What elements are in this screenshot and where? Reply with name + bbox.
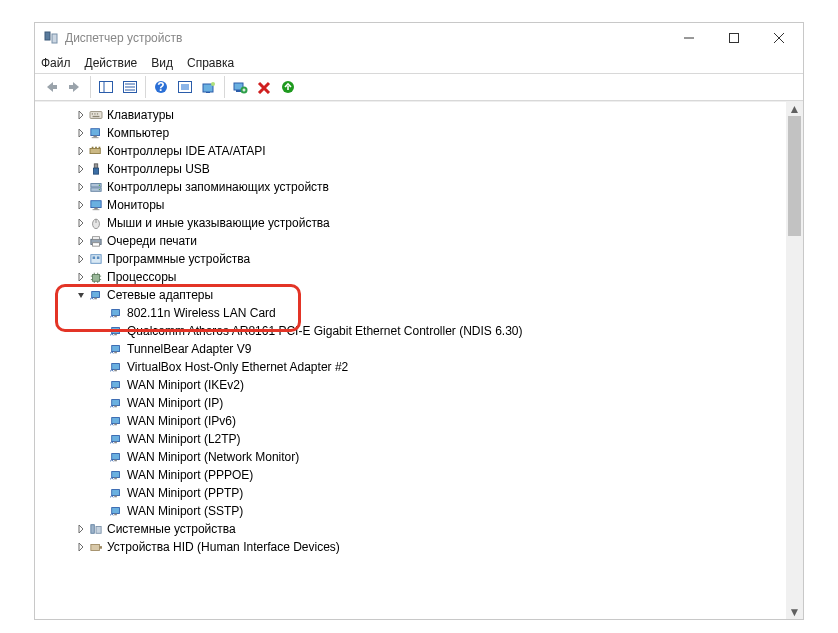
tree-item[interactable]: Мыши и иные указывающие устройства	[35, 214, 786, 232]
svg-rect-36	[99, 147, 101, 149]
netadapter-icon	[107, 359, 125, 375]
usb-icon	[87, 161, 105, 177]
window-title: Диспетчер устройств	[65, 31, 666, 45]
svg-rect-29	[93, 116, 100, 117]
chevron-right-icon[interactable]	[75, 129, 87, 137]
tree-item[interactable]: WAN Miniport (PPTP)	[35, 484, 786, 502]
svg-rect-49	[93, 237, 100, 240]
tree-item[interactable]: Мониторы	[35, 196, 786, 214]
scroll-down-arrow[interactable]: ▼	[786, 605, 803, 619]
menu-bar: Файл Действие Вид Справка	[35, 53, 803, 73]
toolbar-separator	[90, 76, 91, 98]
tree-item[interactable]: WAN Miniport (PPPOE)	[35, 466, 786, 484]
scan-hardware-button[interactable]	[173, 75, 197, 99]
app-icon	[43, 30, 59, 46]
toolbar: ?	[35, 73, 803, 101]
uninstall-device-button[interactable]	[228, 75, 252, 99]
svg-rect-78	[114, 424, 117, 426]
chevron-right-icon[interactable]	[75, 165, 87, 173]
minimize-button[interactable]	[666, 23, 711, 53]
chevron-right-icon[interactable]	[75, 237, 87, 245]
tree-item-label: Компьютер	[107, 126, 169, 140]
chevron-right-icon[interactable]	[75, 183, 87, 191]
scrollbar-thumb[interactable]	[788, 116, 801, 236]
svg-rect-30	[91, 129, 100, 136]
tree-item[interactable]: Очереди печати	[35, 232, 786, 250]
toolbar-separator	[145, 76, 146, 98]
ide-icon	[87, 143, 105, 159]
help-button[interactable]: ?	[149, 75, 173, 99]
svg-rect-80	[114, 442, 117, 444]
hid-icon	[87, 539, 105, 555]
tree-item[interactable]: WAN Miniport (IKEv2)	[35, 376, 786, 394]
tree-item[interactable]: WAN Miniport (L2TP)	[35, 430, 786, 448]
tree-item-label: WAN Miniport (PPTP)	[127, 486, 243, 500]
enable-device-button[interactable]	[276, 75, 300, 99]
content-area: КлавиатурыКомпьютерКонтроллеры IDE ATA/A…	[35, 101, 803, 619]
tree-item[interactable]: Устройства HID (Human Interface Devices)	[35, 538, 786, 556]
back-button[interactable]	[39, 75, 63, 99]
monitor-icon	[87, 197, 105, 213]
chevron-right-icon[interactable]	[75, 219, 87, 227]
properties-button[interactable]	[118, 75, 142, 99]
tree-item[interactable]: Программные устройства	[35, 250, 786, 268]
chevron-right-icon[interactable]	[75, 525, 87, 533]
svg-rect-53	[97, 256, 100, 259]
svg-rect-67	[112, 328, 120, 334]
tree-item-label: Qualcomm Atheros AR8161 PCI-E Gigabit Et…	[127, 324, 523, 338]
vertical-scrollbar[interactable]: ▲ ▼	[786, 102, 803, 619]
tree-item[interactable]: TunnelBear Adapter V9	[35, 340, 786, 358]
tree-item[interactable]: 802.11n Wireless LAN Card	[35, 304, 786, 322]
svg-rect-71	[112, 364, 120, 370]
chevron-right-icon[interactable]	[75, 255, 87, 263]
toolbar-separator	[224, 76, 225, 98]
svg-rect-83	[112, 472, 120, 478]
svg-point-20	[211, 82, 215, 86]
tree-item[interactable]: Компьютер	[35, 124, 786, 142]
tree-item-label: Устройства HID (Human Interface Devices)	[107, 540, 340, 554]
disable-device-button[interactable]	[252, 75, 276, 99]
svg-rect-3	[729, 34, 738, 43]
tree-item[interactable]: WAN Miniport (SSTP)	[35, 502, 786, 520]
tree-item[interactable]: Qualcomm Atheros AR8161 PCI-E Gigabit Et…	[35, 322, 786, 340]
device-tree[interactable]: КлавиатурыКомпьютерКонтроллеры IDE ATA/A…	[35, 106, 786, 556]
scroll-up-arrow[interactable]: ▲	[786, 102, 803, 116]
tree-item[interactable]: WAN Miniport (IP)	[35, 394, 786, 412]
svg-rect-35	[95, 147, 97, 149]
show-hide-console-button[interactable]	[94, 75, 118, 99]
svg-rect-88	[114, 514, 117, 516]
tree-item-label: Контроллеры запоминающих устройств	[107, 180, 329, 194]
forward-button[interactable]	[63, 75, 87, 99]
chevron-right-icon[interactable]	[75, 273, 87, 281]
menu-view[interactable]: Вид	[151, 56, 173, 70]
menu-help[interactable]: Справка	[187, 56, 234, 70]
tree-item[interactable]: Системные устройства	[35, 520, 786, 538]
chevron-right-icon[interactable]	[75, 147, 87, 155]
menu-file[interactable]: Файл	[41, 56, 71, 70]
tree-item[interactable]: Контроллеры IDE ATA/ATAPI	[35, 142, 786, 160]
menu-action[interactable]: Действие	[85, 56, 138, 70]
svg-rect-51	[91, 255, 101, 264]
tree-item[interactable]: Сетевые адаптеры	[35, 286, 786, 304]
chevron-right-icon[interactable]	[75, 543, 87, 551]
tree-item[interactable]: VirtualBox Host-Only Ethernet Adapter #2	[35, 358, 786, 376]
svg-rect-17	[181, 84, 189, 90]
chevron-right-icon[interactable]	[75, 201, 87, 209]
svg-rect-82	[114, 460, 117, 462]
maximize-button[interactable]	[711, 23, 756, 53]
tree-item[interactable]: Контроллеры запоминающих устройств	[35, 178, 786, 196]
chevron-right-icon[interactable]	[75, 111, 87, 119]
close-button[interactable]	[756, 23, 801, 53]
update-driver-button[interactable]	[197, 75, 221, 99]
tree-item[interactable]: Процессоры	[35, 268, 786, 286]
svg-rect-34	[92, 147, 94, 149]
svg-rect-54	[93, 274, 100, 281]
svg-rect-72	[114, 370, 117, 372]
svg-point-42	[99, 189, 100, 190]
tree-item[interactable]: Контроллеры USB	[35, 160, 786, 178]
tree-item[interactable]: WAN Miniport (IPv6)	[35, 412, 786, 430]
netadapter-icon	[107, 413, 125, 429]
chevron-down-icon[interactable]	[75, 291, 87, 299]
tree-item[interactable]: WAN Miniport (Network Monitor)	[35, 448, 786, 466]
tree-item[interactable]: Клавиатуры	[35, 106, 786, 124]
